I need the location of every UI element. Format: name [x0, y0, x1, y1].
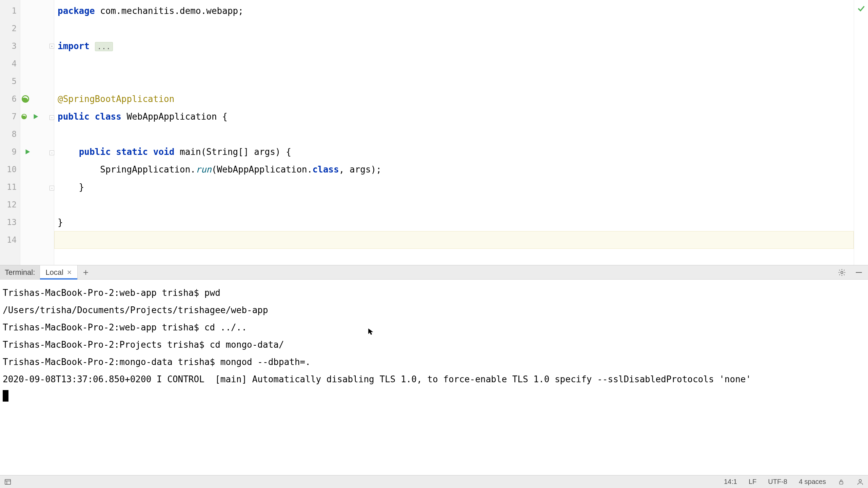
editor-line-numbers: 1 2 3 4 5 6 7 8 9 10 11 12 13 14: [0, 0, 20, 265]
svg-rect-7: [840, 482, 843, 484]
close-icon[interactable]: ✕: [67, 269, 72, 276]
code-line[interactable]: import ...: [54, 37, 854, 55]
line-number[interactable]: 8: [0, 125, 20, 143]
line-number[interactable]: 14: [0, 231, 20, 249]
add-terminal-tab-button[interactable]: +: [78, 265, 94, 279]
line-number[interactable]: 4: [0, 55, 20, 73]
terminal-output[interactable]: Trishas-MacBook-Pro-2:web-app trisha$ pw…: [0, 280, 868, 475]
spring-run-icon[interactable]: [20, 111, 31, 122]
fold-collapse-icon[interactable]: −: [50, 150, 54, 155]
line-number[interactable]: 10: [0, 161, 20, 178]
gear-icon[interactable]: [837, 268, 846, 277]
code-line[interactable]: [54, 73, 854, 90]
lock-icon[interactable]: [837, 478, 845, 486]
code-editor[interactable]: 1 2 3 4 5 6 7 8 9 10 11 12 13 14 +: [0, 0, 868, 265]
code-line[interactable]: package com.mechanitis.demo.webapp;: [54, 2, 854, 20]
mouse-cursor-icon: [368, 328, 375, 335]
minimize-icon[interactable]: [854, 268, 863, 277]
status-indent[interactable]: 4 spaces: [799, 478, 826, 486]
code-line[interactable]: [54, 125, 854, 143]
terminal-tab-label: Local: [45, 268, 63, 277]
tool-windows-icon[interactable]: [4, 478, 12, 486]
editor-gutter: + − − −: [20, 0, 54, 265]
line-number[interactable]: 6: [0, 90, 20, 108]
folded-imports[interactable]: ...: [95, 42, 113, 51]
terminal-tab-local[interactable]: Local ✕: [40, 265, 78, 279]
line-number[interactable]: 5: [0, 73, 20, 90]
terminal-tabs-bar: Terminal: Local ✕ +: [0, 265, 868, 280]
code-line[interactable]: public class WebAppApplication {: [54, 108, 854, 125]
code-line[interactable]: [54, 196, 854, 214]
run-gutter-icon[interactable]: [31, 111, 41, 122]
svg-point-8: [859, 479, 861, 482]
line-number[interactable]: 12: [0, 196, 20, 214]
line-number[interactable]: 13: [0, 214, 20, 231]
inspection-profile-icon[interactable]: [856, 478, 864, 486]
svg-rect-4: [5, 479, 11, 484]
code-line[interactable]: }: [54, 214, 854, 231]
line-number[interactable]: 11: [0, 178, 20, 196]
code-line-current[interactable]: [54, 231, 854, 249]
code-line[interactable]: public static void main(String[] args) {: [54, 143, 854, 161]
code-line[interactable]: @SpringBootApplication: [54, 90, 854, 108]
line-number[interactable]: 3: [0, 37, 20, 55]
status-line-separator[interactable]: LF: [749, 478, 756, 486]
status-caret-position[interactable]: 14:1: [724, 478, 737, 486]
line-number[interactable]: 1: [0, 2, 20, 20]
code-line[interactable]: [54, 55, 854, 73]
fold-collapse-icon[interactable]: −: [50, 186, 54, 190]
terminal-cursor: [3, 390, 8, 402]
line-number[interactable]: 7: [0, 108, 20, 125]
code-text-area[interactable]: package com.mechanitis.demo.webapp; impo…: [54, 0, 854, 265]
terminal-panel: Terminal: Local ✕ + Trishas-MacBook-Pro-…: [0, 265, 868, 475]
fold-collapse-icon[interactable]: −: [50, 115, 54, 120]
line-number[interactable]: 2: [0, 20, 20, 37]
code-line[interactable]: SpringApplication.run(WebAppApplication.…: [54, 161, 854, 178]
code-line[interactable]: [54, 20, 854, 37]
terminal-title: Terminal:: [0, 265, 40, 279]
status-bar: 14:1 LF UTF-8 4 spaces: [0, 475, 868, 488]
line-number[interactable]: 9: [0, 143, 20, 161]
editor-marker-strip[interactable]: [854, 0, 868, 265]
status-encoding[interactable]: UTF-8: [768, 478, 787, 486]
svg-point-2: [841, 271, 843, 273]
terminal-tools: [837, 265, 868, 279]
code-line[interactable]: }: [54, 178, 854, 196]
inspection-ok-icon[interactable]: [857, 4, 866, 13]
run-gutter-icon[interactable]: [22, 147, 33, 157]
fold-expand-icon[interactable]: +: [50, 44, 54, 48]
spring-bean-icon[interactable]: [20, 94, 31, 104]
